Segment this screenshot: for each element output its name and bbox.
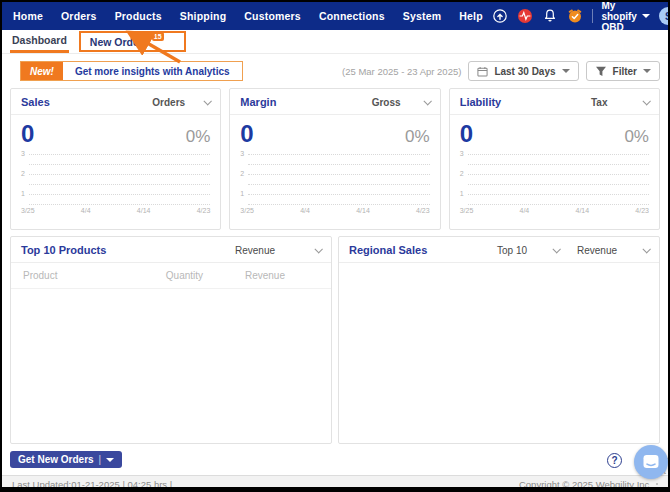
top-products-metric-dropdown[interactable]: Revenue xyxy=(235,245,321,256)
account-menu[interactable]: S xyxy=(659,7,670,25)
column-revenue: Revenue xyxy=(229,270,319,281)
tab-new-orders-label: New Orders xyxy=(90,36,149,48)
calendar-icon xyxy=(477,66,488,77)
filter-button[interactable]: Filter xyxy=(586,61,660,81)
sales-metric-dropdown[interactable]: Orders xyxy=(152,97,210,108)
period-selector[interactable]: Last 30 Days xyxy=(468,61,578,81)
bottom-row: Top 10 Products Revenue Product Quantity… xyxy=(2,236,668,444)
y-tick: 2 xyxy=(21,170,25,177)
chevron-down-icon xyxy=(106,458,114,462)
nav-orders[interactable]: Orders xyxy=(52,10,106,22)
regional-metric-dropdown[interactable]: Revenue xyxy=(577,245,649,256)
liability-chart-xticks: 3/25 4/4 4/14 4/23 xyxy=(460,207,649,214)
gridline xyxy=(248,184,429,185)
sales-card: Sales Orders 0 0% 3 xyxy=(10,88,221,230)
liability-chart: 3 2 1 xyxy=(460,154,649,204)
filter-icon xyxy=(595,66,607,77)
liability-percent: 0% xyxy=(624,128,649,145)
gridline xyxy=(468,204,649,205)
column-quantity: Quantity xyxy=(140,270,230,281)
chevron-down-icon xyxy=(643,69,651,73)
store-selector[interactable]: My shopify QBD xyxy=(601,0,650,33)
gridline xyxy=(468,154,649,155)
nav-connections[interactable]: Connections xyxy=(310,10,394,22)
gridline xyxy=(248,154,429,155)
nav-system[interactable]: System xyxy=(394,10,451,22)
gridline xyxy=(248,194,429,195)
nav-home[interactable]: Home xyxy=(4,10,52,22)
y-tick: 3 xyxy=(460,150,464,157)
gridline xyxy=(468,174,649,175)
sales-percent: 0% xyxy=(186,128,211,145)
chevron-down-icon xyxy=(642,245,650,253)
regional-top-dropdown[interactable]: Top 10 xyxy=(497,245,559,256)
nav-customers[interactable]: Customers xyxy=(235,10,310,22)
help-icon[interactable]: ? xyxy=(607,453,622,468)
gridline xyxy=(29,204,210,205)
margin-metric-dropdown[interactable]: Gross xyxy=(372,97,430,108)
chevron-down-icon xyxy=(642,97,650,105)
upgrade-icon[interactable] xyxy=(492,8,508,24)
tab-new-orders[interactable]: New Orders 15 xyxy=(79,31,186,52)
x-tick: 4/23 xyxy=(416,207,430,214)
health-status-icon[interactable] xyxy=(517,8,533,24)
sales-chart-xticks: 3/25 4/4 4/14 4/23 xyxy=(21,207,210,214)
chevron-down-icon xyxy=(204,97,212,105)
y-tick: 1 xyxy=(21,190,25,197)
nav-shipping[interactable]: Shipping xyxy=(171,10,236,22)
gridline xyxy=(248,204,429,205)
top-nav: Home Orders Products Shipping Customers … xyxy=(2,2,668,30)
scheduler-clock-icon[interactable] xyxy=(567,8,583,24)
sales-chart: 3 2 1 xyxy=(21,154,210,204)
analytics-promo-label: Get more insights with Analytics xyxy=(63,62,242,80)
margin-chart: 3 2 1 xyxy=(240,154,429,204)
gridline xyxy=(29,194,210,195)
avatar[interactable]: S xyxy=(659,7,670,25)
get-new-orders-label: Get New Orders xyxy=(18,454,94,465)
filter-button-label: Filter xyxy=(613,66,637,77)
gridline xyxy=(248,174,429,175)
y-tick: 2 xyxy=(460,170,464,177)
gridline xyxy=(468,164,649,165)
chevron-down-icon xyxy=(552,245,560,253)
x-tick: 4/4 xyxy=(520,207,530,214)
period-selector-label: Last 30 Days xyxy=(494,66,555,77)
x-tick: 4/4 xyxy=(81,207,91,214)
sales-value: 0 xyxy=(21,122,34,146)
margin-chart-xticks: 3/25 4/4 4/14 4/23 xyxy=(240,207,429,214)
tab-dashboard[interactable]: Dashboard xyxy=(10,30,69,53)
chat-launcher-icon[interactable] xyxy=(634,445,668,479)
gridline xyxy=(29,174,210,175)
x-tick: 3/25 xyxy=(460,207,474,214)
chevron-down-icon xyxy=(423,97,431,105)
regional-sales-empty-body xyxy=(339,263,659,443)
gridline xyxy=(248,164,429,165)
nav-products[interactable]: Products xyxy=(106,10,171,22)
x-tick: 4/23 xyxy=(635,207,649,214)
nav-help[interactable]: Help xyxy=(450,10,492,22)
action-row: Get New Orders | Act Go t ? xyxy=(2,449,668,475)
y-tick: 1 xyxy=(460,190,464,197)
y-tick: 3 xyxy=(240,150,244,157)
regional-sales-title: Regional Sales xyxy=(349,244,427,256)
top-products-title: Top 10 Products xyxy=(21,244,106,256)
liability-card: Liability Tax 0 0% 3 xyxy=(449,88,660,230)
liability-value: 0 xyxy=(460,122,473,146)
x-tick: 4/14 xyxy=(575,207,589,214)
resize-grip[interactable] xyxy=(656,487,658,489)
x-tick: 3/25 xyxy=(21,207,35,214)
store-selector-label: My shopify QBD xyxy=(601,0,637,33)
get-new-orders-button[interactable]: Get New Orders | xyxy=(10,451,122,468)
notifications-bell-icon[interactable] xyxy=(542,8,558,24)
top-products-empty-body xyxy=(11,289,331,443)
x-tick: 4/14 xyxy=(137,207,151,214)
chevron-down-icon xyxy=(314,245,322,253)
status-bar: Last Updated:01-21-2025 | 04:25 hrs | Co… xyxy=(2,475,668,492)
margin-percent: 0% xyxy=(405,128,430,145)
tab-bar: Dashboard New Orders 15 xyxy=(2,30,668,54)
analytics-promo-button[interactable]: New! Get more insights with Analytics xyxy=(20,61,243,81)
gridline xyxy=(468,184,649,185)
y-tick: 2 xyxy=(240,170,244,177)
margin-card: Margin Gross 0 0% 3 xyxy=(229,88,440,230)
liability-metric-dropdown[interactable]: Tax xyxy=(591,97,649,108)
